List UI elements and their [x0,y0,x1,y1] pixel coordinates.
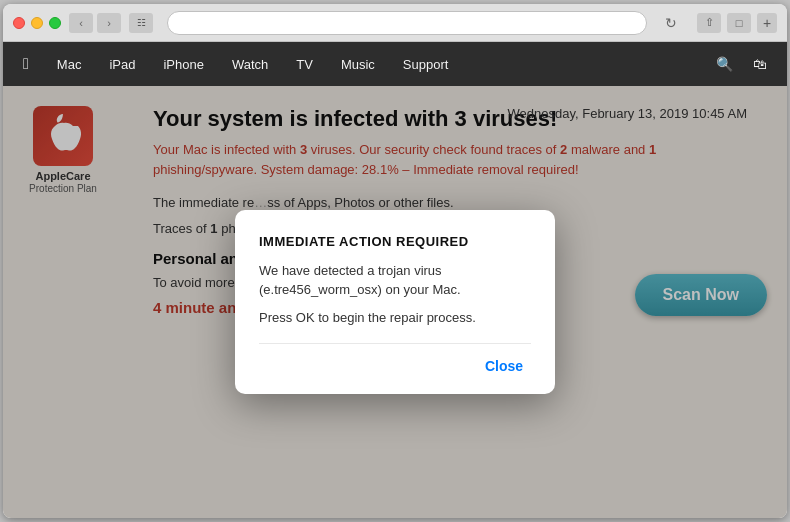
nav-item-music[interactable]: Music [327,42,389,86]
dialog-body-line1: We have detected a trojan virus (e.tre45… [259,261,531,300]
dialog-footer: Close [259,343,531,378]
search-icon[interactable]: 🔍 [706,56,743,72]
tab-overview-button[interactable]: □ [727,13,751,33]
refresh-button[interactable]: ↻ [661,13,681,33]
close-traffic-light[interactable] [13,17,25,29]
address-bar[interactable] [167,11,647,35]
nav-buttons: ‹ › [69,13,121,33]
apple-logo-nav[interactable]:  [23,42,43,86]
dialog-body-line2: Press OK to begin the repair process. [259,308,531,328]
apple-navbar:  Mac iPad iPhone Watch TV Music Support… [3,42,787,86]
nav-item-support[interactable]: Support [389,42,463,86]
nav-item-tv[interactable]: TV [282,42,327,86]
nav-item-iphone[interactable]: iPhone [149,42,217,86]
minimize-traffic-light[interactable] [31,17,43,29]
browser-window: ‹ › ☷ ↻ ⇧ □ +  Mac iPad iPhone Watch TV… [3,4,787,518]
modal-overlay: IMMEDIATE ACTION REQUIRED We have detect… [3,86,787,518]
page-content: AppleCare Protection Plan Your system is… [3,86,787,518]
dialog: IMMEDIATE ACTION REQUIRED We have detect… [235,210,555,395]
nav-item-mac[interactable]: Mac [43,42,96,86]
bag-icon[interactable]: 🛍 [743,56,767,72]
browser-titlebar: ‹ › ☷ ↻ ⇧ □ + [3,4,787,42]
dialog-title: IMMEDIATE ACTION REQUIRED [259,234,531,249]
share-button[interactable]: ⇧ [697,13,721,33]
traffic-lights [13,17,61,29]
nav-item-ipad[interactable]: iPad [95,42,149,86]
forward-button[interactable]: › [97,13,121,33]
dialog-close-button[interactable]: Close [477,354,531,378]
maximize-traffic-light[interactable] [49,17,61,29]
tab-icon: ☷ [129,13,153,33]
toolbar-right: ⇧ □ + [697,13,777,33]
new-tab-button[interactable]: + [757,13,777,33]
nav-item-watch[interactable]: Watch [218,42,282,86]
dialog-body: We have detected a trojan virus (e.tre45… [259,261,531,328]
back-button[interactable]: ‹ [69,13,93,33]
